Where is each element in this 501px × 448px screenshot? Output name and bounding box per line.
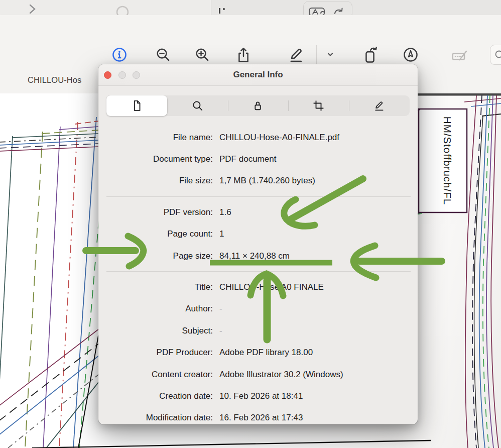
info-icon [111,47,128,63]
background-toolbar-pill [303,1,352,15]
tab-permissions[interactable] [228,95,289,116]
metadata-row: Modification date:16. Feb 2026 at 17:43 [98,407,418,429]
tab-crop[interactable] [288,95,349,116]
rotate-button[interactable] [359,44,381,66]
signature-icon[interactable] [309,7,347,15]
window-title: General Info [98,64,418,85]
zoom-in-button[interactable] [191,44,213,66]
metadata-row: Page count:1 [98,223,418,245]
metadata-list: File name:CHILLOU-Hose-A0-FINALE.pdf Doc… [98,127,418,429]
section-divider [106,196,411,197]
metadata-row: Creation date:10. Feb 2026 at 18:41 [98,385,418,407]
markup-pencil-icon [288,46,305,63]
back-chevron-icon[interactable] [29,4,36,14]
section-divider [106,271,411,272]
tab-inspect[interactable] [167,95,228,116]
share-button[interactable] [232,44,255,66]
metadata-row: PDF Producer:Adobe PDF library 18.00 [98,342,418,364]
compass-arrow-icon [403,47,419,63]
metadata-row: Title:CHILLOU-Hose A0 FINALE [98,276,418,298]
search-input[interactable] [490,45,501,65]
zoom-out-button[interactable] [152,44,174,66]
metadata-row: File size:1,7 MB (1.740.260 bytes) [98,170,418,192]
search-icon [494,49,501,60]
search-circle-icon[interactable] [115,5,130,15]
general-info-window: General Info [98,64,418,424]
toolbar-divider [316,45,317,64]
rotate-icon [361,46,379,63]
text-annotation-button[interactable] [448,44,470,66]
metadata-row: PDF version:1.6 [98,201,418,223]
dot-mark [223,8,225,10]
magnifier-icon [191,99,204,112]
metadata-row: Author:- [98,298,418,320]
markup-chevron-button[interactable] [321,44,339,66]
metadata-row-page-size: Page size:84,11 × 240,88 cm [98,245,418,267]
zoom-out-icon [155,47,171,63]
metadata-row: Subject:- [98,320,418,342]
document-icon [131,99,143,112]
share-icon [235,47,252,63]
tab-general[interactable] [106,95,167,116]
redo-arrow-icon [335,9,342,14]
chevron-down-icon [326,50,335,59]
metadata-row: File name:CHILLOU-Hose-A0-FINALE.pdf [98,127,418,148]
tab-annotations[interactable] [349,95,410,116]
zoom-in-icon [194,47,210,63]
info-button[interactable] [108,44,131,66]
inspector-tab-bar [106,95,410,116]
metadata-row: Content creator:Adobe Illustrator 30.2 (… [98,364,418,385]
lock-icon [252,99,264,112]
screen: CHILLOU-Hos HM/Stoffbru [0,0,501,448]
compass-button[interactable] [400,44,422,66]
pencil-icon [373,99,386,112]
document-title: CHILLOU-Hos [28,75,81,85]
metadata-row: Document type:PDF document [98,148,418,170]
crop-icon [312,99,325,112]
background-window-strip [0,0,501,15]
window-titlebar: General Info [98,64,418,86]
markup-button[interactable] [285,44,307,66]
background-sidebar-strip [0,0,211,15]
text-annotation-icon [451,46,468,63]
caret-mark [219,8,220,14]
